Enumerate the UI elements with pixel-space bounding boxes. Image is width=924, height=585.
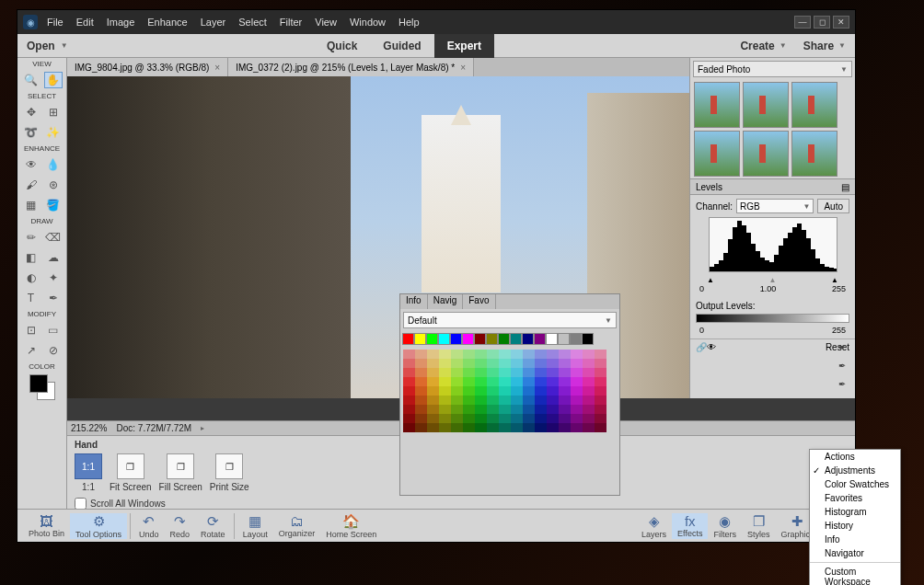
- swatch-chip[interactable]: [487, 396, 499, 405]
- document-tab[interactable]: IMG_0372 (2).jpg @ 215% (Levels 1, Layer…: [228, 58, 474, 76]
- swatch-chip[interactable]: [571, 359, 583, 368]
- visibility-icon[interactable]: 👁: [707, 342, 716, 352]
- menu-item-actions[interactable]: Actions: [810, 450, 900, 464]
- swatch-chip[interactable]: [583, 414, 595, 423]
- menu-view[interactable]: View: [315, 17, 337, 28]
- swatch-chip[interactable]: [427, 414, 439, 423]
- swatch-chip[interactable]: [439, 368, 451, 377]
- pen-tool[interactable]: ✒: [44, 290, 63, 306]
- pencil-tool[interactable]: ✏: [22, 229, 40, 246]
- swatch-chip[interactable]: [427, 350, 439, 359]
- swatch-chip[interactable]: [451, 386, 463, 396]
- swatch-chip[interactable]: [415, 377, 427, 386]
- bb-filters[interactable]: ◉Filters: [708, 513, 742, 539]
- swatch-chip[interactable]: [487, 386, 499, 396]
- swatch-chip[interactable]: [487, 350, 499, 359]
- swatch-chip[interactable]: [451, 414, 463, 423]
- swatch-chip[interactable]: [511, 414, 523, 423]
- swatch-chip[interactable]: [463, 423, 475, 432]
- swatch-chip[interactable]: [415, 405, 427, 414]
- swatch-chip[interactable]: [558, 333, 570, 345]
- bb-tool-options[interactable]: ⚙Tool Options: [70, 513, 127, 539]
- swatch-chip[interactable]: [559, 359, 571, 368]
- swatch-tab[interactable]: Navig: [428, 294, 464, 309]
- maximize-button[interactable]: ◻: [814, 16, 830, 29]
- swatch-chip[interactable]: [487, 423, 499, 432]
- swatch-chip[interactable]: [439, 423, 451, 432]
- swatch-chip[interactable]: [511, 396, 523, 405]
- swatch-chip[interactable]: [582, 333, 594, 345]
- swatch-chip[interactable]: [451, 377, 463, 386]
- swatch-chip[interactable]: [547, 396, 559, 405]
- swatch-chip[interactable]: [439, 359, 451, 368]
- swatch-chip[interactable]: [403, 396, 415, 405]
- swatch-chip[interactable]: [523, 396, 535, 405]
- bb-styles[interactable]: ❐Styles: [742, 513, 776, 539]
- swatch-chip[interactable]: [463, 396, 475, 405]
- swatch-chip[interactable]: [559, 414, 571, 423]
- swatch-chip[interactable]: [571, 405, 583, 414]
- swatch-chip[interactable]: [451, 405, 463, 414]
- swatch-chip[interactable]: [475, 414, 487, 423]
- swatch-chip[interactable]: [499, 396, 511, 405]
- swatch-tab[interactable]: Favo: [463, 294, 495, 309]
- swatch-chip[interactable]: [463, 350, 475, 359]
- zoom-option-button[interactable]: ❐Print Size: [210, 453, 249, 492]
- swatch-chip[interactable]: [523, 423, 535, 432]
- zoom-tool[interactable]: 🔍: [22, 72, 40, 88]
- effect-thumbnail[interactable]: [694, 131, 740, 177]
- swatch-chip[interactable]: [415, 350, 427, 359]
- swatch-chip[interactable]: [511, 377, 523, 386]
- menu-item-custom-workspace[interactable]: Custom Workspace: [810, 565, 900, 585]
- swatch-chip[interactable]: [463, 368, 475, 377]
- swatch-chip[interactable]: [523, 386, 535, 396]
- swatch-chip[interactable]: [450, 333, 462, 345]
- swatch-chip[interactable]: [415, 359, 427, 368]
- swatch-chip[interactable]: [415, 386, 427, 396]
- swatch-chip[interactable]: [559, 405, 571, 414]
- menu-item-color-swatches[interactable]: Color Swatches: [810, 477, 900, 491]
- bb-undo[interactable]: ↶Undo: [133, 513, 165, 539]
- eyedropper-gray-icon[interactable]: ✒: [838, 361, 851, 373]
- brush-healing-tool[interactable]: 🖌: [22, 177, 40, 193]
- menu-item-info[interactable]: Info: [810, 533, 900, 546]
- swatch-chip[interactable]: [595, 359, 606, 368]
- effect-thumbnail[interactable]: [743, 82, 789, 128]
- swatch-chip[interactable]: [535, 414, 547, 423]
- swatch-chip[interactable]: [451, 368, 463, 377]
- swatch-chip[interactable]: [595, 396, 606, 405]
- swatch-chip[interactable]: [499, 414, 511, 423]
- blur-tool[interactable]: ◐: [22, 270, 40, 286]
- shape-tool[interactable]: ◧: [22, 249, 40, 266]
- levels-tab[interactable]: Levels▤: [690, 178, 855, 195]
- swatch-chip[interactable]: [403, 368, 415, 377]
- swatch-chip[interactable]: [523, 405, 535, 414]
- swatch-chip[interactable]: [463, 405, 475, 414]
- swatch-chip[interactable]: [498, 333, 510, 345]
- swatch-chip[interactable]: [439, 377, 451, 386]
- swatch-chip[interactable]: [438, 333, 450, 345]
- swatch-chip[interactable]: [534, 333, 546, 345]
- bucket-tool[interactable]: 🪣: [44, 197, 63, 213]
- swatch-chip[interactable]: [511, 386, 523, 396]
- swatch-chip[interactable]: [523, 368, 535, 377]
- menu-select[interactable]: Select: [238, 17, 267, 28]
- swatch-chip[interactable]: [451, 359, 463, 368]
- swatch-chip[interactable]: [583, 405, 595, 414]
- swatch-chip[interactable]: [427, 377, 439, 386]
- swatch-chip[interactable]: [511, 359, 523, 368]
- frame-tool[interactable]: ▭: [44, 322, 63, 338]
- swatch-chip[interactable]: [595, 386, 606, 396]
- move-tool[interactable]: ✥: [22, 104, 40, 120]
- menu-edit[interactable]: Edit: [76, 17, 94, 28]
- swatch-chip[interactable]: [583, 350, 595, 359]
- swatch-chip[interactable]: [487, 414, 499, 423]
- text-tool[interactable]: T: [22, 290, 40, 306]
- swatch-chip[interactable]: [583, 386, 595, 396]
- swatch-chip[interactable]: [595, 405, 606, 414]
- swatch-grid[interactable]: [400, 347, 619, 435]
- swatch-chip[interactable]: [535, 359, 547, 368]
- swatch-chip[interactable]: [463, 414, 475, 423]
- menu-help[interactable]: Help: [398, 17, 420, 28]
- swatch-chip[interactable]: [426, 333, 438, 345]
